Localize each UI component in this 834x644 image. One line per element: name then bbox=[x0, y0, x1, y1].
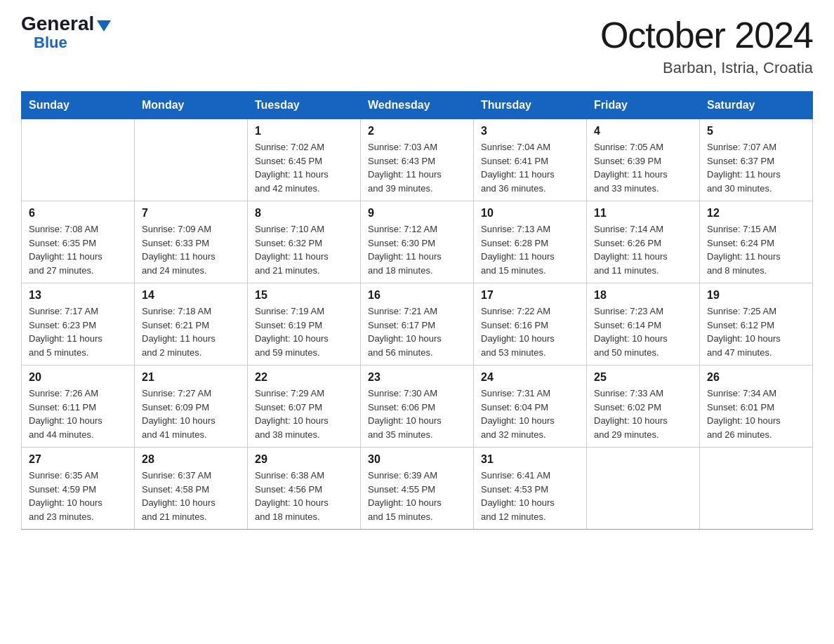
calendar-cell: 10Sunrise: 7:13 AM Sunset: 6:28 PM Dayli… bbox=[474, 201, 587, 283]
day-number: 29 bbox=[255, 453, 353, 466]
day-info: Sunrise: 7:15 AM Sunset: 6:24 PM Dayligh… bbox=[707, 222, 805, 277]
header-friday: Friday bbox=[587, 92, 700, 119]
calendar-cell: 4Sunrise: 7:05 AM Sunset: 6:39 PM Daylig… bbox=[587, 119, 700, 201]
calendar-cell: 6Sunrise: 7:08 AM Sunset: 6:35 PM Daylig… bbox=[22, 201, 135, 283]
calendar-week-2: 6Sunrise: 7:08 AM Sunset: 6:35 PM Daylig… bbox=[22, 201, 813, 283]
day-number: 9 bbox=[368, 207, 466, 220]
day-info: Sunrise: 7:30 AM Sunset: 6:06 PM Dayligh… bbox=[368, 387, 466, 441]
day-info: Sunrise: 7:23 AM Sunset: 6:14 PM Dayligh… bbox=[594, 304, 692, 359]
day-number: 25 bbox=[594, 371, 692, 384]
day-info: Sunrise: 6:37 AM Sunset: 4:58 PM Dayligh… bbox=[142, 469, 240, 523]
calendar-cell: 28Sunrise: 6:37 AM Sunset: 4:58 PM Dayli… bbox=[135, 448, 248, 530]
day-info: Sunrise: 7:33 AM Sunset: 6:02 PM Dayligh… bbox=[594, 387, 692, 441]
day-number: 31 bbox=[481, 453, 579, 466]
calendar-cell: 24Sunrise: 7:31 AM Sunset: 6:04 PM Dayli… bbox=[474, 365, 587, 448]
day-number: 27 bbox=[29, 453, 127, 466]
day-info: Sunrise: 6:38 AM Sunset: 4:56 PM Dayligh… bbox=[255, 469, 353, 523]
day-number: 22 bbox=[255, 371, 353, 384]
day-number: 8 bbox=[255, 207, 353, 220]
day-number: 14 bbox=[142, 289, 240, 302]
header-wednesday: Wednesday bbox=[361, 92, 474, 119]
day-number: 30 bbox=[368, 453, 466, 466]
day-number: 11 bbox=[594, 207, 692, 220]
logo-general-text: General bbox=[21, 14, 94, 34]
day-number: 28 bbox=[142, 453, 240, 466]
calendar-week-1: 1Sunrise: 7:02 AM Sunset: 6:45 PM Daylig… bbox=[22, 119, 813, 201]
calendar-week-4: 20Sunrise: 7:26 AM Sunset: 6:11 PM Dayli… bbox=[22, 365, 813, 448]
header-thursday: Thursday bbox=[474, 92, 587, 119]
day-number: 26 bbox=[707, 371, 805, 384]
day-info: Sunrise: 7:19 AM Sunset: 6:19 PM Dayligh… bbox=[255, 304, 353, 359]
calendar-cell: 14Sunrise: 7:18 AM Sunset: 6:21 PM Dayli… bbox=[135, 283, 248, 365]
day-info: Sunrise: 6:35 AM Sunset: 4:59 PM Dayligh… bbox=[29, 469, 127, 523]
calendar-cell: 3Sunrise: 7:04 AM Sunset: 6:41 PM Daylig… bbox=[474, 119, 587, 201]
calendar-table: Sunday Monday Tuesday Wednesday Thursday… bbox=[21, 91, 813, 530]
header-tuesday: Tuesday bbox=[248, 92, 361, 119]
day-info: Sunrise: 6:39 AM Sunset: 4:55 PM Dayligh… bbox=[368, 469, 466, 523]
calendar-cell: 7Sunrise: 7:09 AM Sunset: 6:33 PM Daylig… bbox=[135, 201, 248, 283]
day-info: Sunrise: 7:02 AM Sunset: 6:45 PM Dayligh… bbox=[255, 140, 353, 195]
header-saturday: Saturday bbox=[700, 92, 813, 119]
day-info: Sunrise: 7:22 AM Sunset: 6:16 PM Dayligh… bbox=[481, 304, 579, 359]
day-info: Sunrise: 7:13 AM Sunset: 6:28 PM Dayligh… bbox=[481, 222, 579, 277]
day-number: 4 bbox=[594, 125, 692, 137]
day-info: Sunrise: 7:14 AM Sunset: 6:26 PM Dayligh… bbox=[594, 222, 692, 277]
day-number: 17 bbox=[481, 289, 579, 302]
day-info: Sunrise: 7:27 AM Sunset: 6:09 PM Dayligh… bbox=[142, 387, 240, 441]
calendar-cell bbox=[22, 119, 135, 201]
calendar-cell: 27Sunrise: 6:35 AM Sunset: 4:59 PM Dayli… bbox=[22, 448, 135, 530]
calendar-cell: 30Sunrise: 6:39 AM Sunset: 4:55 PM Dayli… bbox=[361, 448, 474, 530]
calendar-cell: 22Sunrise: 7:29 AM Sunset: 6:07 PM Dayli… bbox=[248, 365, 361, 448]
calendar-cell: 13Sunrise: 7:17 AM Sunset: 6:23 PM Dayli… bbox=[22, 283, 135, 365]
header-sunday: Sunday bbox=[22, 92, 135, 119]
day-info: Sunrise: 7:04 AM Sunset: 6:41 PM Dayligh… bbox=[481, 140, 579, 195]
day-number: 19 bbox=[707, 289, 805, 302]
day-info: Sunrise: 7:03 AM Sunset: 6:43 PM Dayligh… bbox=[368, 140, 466, 195]
calendar-cell: 17Sunrise: 7:22 AM Sunset: 6:16 PM Dayli… bbox=[474, 283, 587, 365]
day-number: 20 bbox=[29, 371, 127, 384]
day-info: Sunrise: 7:26 AM Sunset: 6:11 PM Dayligh… bbox=[29, 387, 127, 441]
calendar-cell bbox=[700, 448, 813, 530]
day-info: Sunrise: 7:17 AM Sunset: 6:23 PM Dayligh… bbox=[29, 304, 127, 359]
day-info: Sunrise: 7:18 AM Sunset: 6:21 PM Dayligh… bbox=[142, 304, 240, 359]
day-info: Sunrise: 7:08 AM Sunset: 6:35 PM Dayligh… bbox=[29, 222, 127, 277]
day-number: 6 bbox=[29, 207, 127, 220]
calendar-cell: 12Sunrise: 7:15 AM Sunset: 6:24 PM Dayli… bbox=[700, 201, 813, 283]
day-info: Sunrise: 7:29 AM Sunset: 6:07 PM Dayligh… bbox=[255, 387, 353, 441]
day-info: Sunrise: 6:41 AM Sunset: 4:53 PM Dayligh… bbox=[481, 469, 579, 523]
calendar-subtitle: Barban, Istria, Croatia bbox=[600, 59, 813, 77]
day-number: 2 bbox=[368, 125, 466, 137]
calendar-cell: 23Sunrise: 7:30 AM Sunset: 6:06 PM Dayli… bbox=[361, 365, 474, 448]
calendar-cell: 21Sunrise: 7:27 AM Sunset: 6:09 PM Dayli… bbox=[135, 365, 248, 448]
calendar-cell: 19Sunrise: 7:25 AM Sunset: 6:12 PM Dayli… bbox=[700, 283, 813, 365]
calendar-cell: 31Sunrise: 6:41 AM Sunset: 4:53 PM Dayli… bbox=[474, 448, 587, 530]
day-info: Sunrise: 7:31 AM Sunset: 6:04 PM Dayligh… bbox=[481, 387, 579, 441]
title-block: October 2024 Barban, Istria, Croatia bbox=[600, 14, 813, 77]
day-number: 3 bbox=[481, 125, 579, 137]
calendar-cell: 9Sunrise: 7:12 AM Sunset: 6:30 PM Daylig… bbox=[361, 201, 474, 283]
calendar-cell: 15Sunrise: 7:19 AM Sunset: 6:19 PM Dayli… bbox=[248, 283, 361, 365]
calendar-cell: 26Sunrise: 7:34 AM Sunset: 6:01 PM Dayli… bbox=[700, 365, 813, 448]
day-info: Sunrise: 7:10 AM Sunset: 6:32 PM Dayligh… bbox=[255, 222, 353, 277]
calendar-cell: 29Sunrise: 6:38 AM Sunset: 4:56 PM Dayli… bbox=[248, 448, 361, 530]
day-info: Sunrise: 7:21 AM Sunset: 6:17 PM Dayligh… bbox=[368, 304, 466, 359]
calendar-cell: 5Sunrise: 7:07 AM Sunset: 6:37 PM Daylig… bbox=[700, 119, 813, 201]
calendar-cell bbox=[587, 448, 700, 530]
day-info: Sunrise: 7:05 AM Sunset: 6:39 PM Dayligh… bbox=[594, 140, 692, 195]
calendar-cell: 1Sunrise: 7:02 AM Sunset: 6:45 PM Daylig… bbox=[248, 119, 361, 201]
calendar-cell bbox=[135, 119, 248, 201]
day-number: 7 bbox=[142, 207, 240, 220]
day-number: 13 bbox=[29, 289, 127, 302]
logo: General Blue bbox=[21, 14, 111, 52]
day-number: 15 bbox=[255, 289, 353, 302]
calendar-title: October 2024 bbox=[600, 14, 813, 56]
day-number: 23 bbox=[368, 371, 466, 384]
calendar-cell: 16Sunrise: 7:21 AM Sunset: 6:17 PM Dayli… bbox=[361, 283, 474, 365]
calendar-cell: 8Sunrise: 7:10 AM Sunset: 6:32 PM Daylig… bbox=[248, 201, 361, 283]
page-header: General Blue October 2024 Barban, Istria… bbox=[21, 14, 813, 77]
day-info: Sunrise: 7:25 AM Sunset: 6:12 PM Dayligh… bbox=[707, 304, 805, 359]
header-monday: Monday bbox=[135, 92, 248, 119]
calendar-cell: 18Sunrise: 7:23 AM Sunset: 6:14 PM Dayli… bbox=[587, 283, 700, 365]
day-number: 21 bbox=[142, 371, 240, 384]
logo-triangle-icon bbox=[97, 20, 111, 32]
